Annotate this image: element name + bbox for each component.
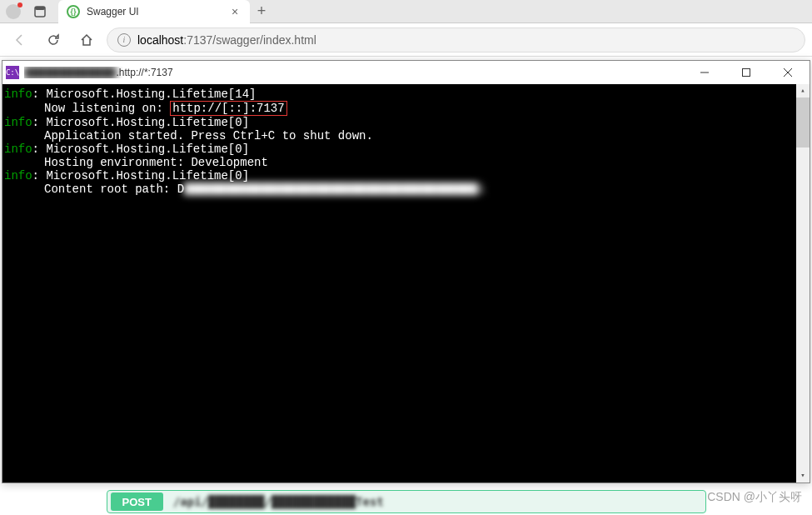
browser-toolbar: i localhost:7137/swagger/index.html	[0, 23, 812, 57]
swagger-content: POST /api/████████/████████████Test	[0, 483, 812, 515]
minimize-icon	[700, 68, 709, 77]
listening-url-highlight: http://[::]:7137	[170, 101, 286, 116]
log-line: info: Microsoft.Hosting.Lifetime[0]	[2, 116, 810, 129]
back-button[interactable]	[7, 27, 33, 53]
maximize-button[interactable]	[728, 61, 765, 84]
log-source: Microsoft.Hosting.Lifetime[0]	[46, 169, 249, 182]
svg-rect-3	[743, 69, 750, 77]
browser-tab[interactable]: {} Swagger UI ×	[58, 0, 250, 23]
console-titlebar[interactable]: C:\ █████████████.http://*:7137	[2, 61, 810, 84]
log-message: Hosting environment: Development	[2, 156, 810, 169]
log-message: Now listening on: http://[::]:7137	[2, 101, 810, 116]
log-source: Microsoft.Hosting.Lifetime[14]	[46, 88, 256, 101]
swagger-favicon-icon: {}	[67, 5, 80, 18]
tabs-overview-icon	[34, 6, 46, 18]
refresh-icon	[47, 33, 60, 47]
swagger-endpoint-row[interactable]: POST /api/████████/████████████Test	[107, 490, 706, 513]
endpoint-path: /api/████████/████████████Test	[173, 495, 384, 508]
arrow-left-icon	[13, 33, 27, 47]
window-close-button[interactable]	[770, 61, 806, 84]
scroll-thumb[interactable]	[796, 98, 810, 148]
log-line: info: Microsoft.Hosting.Lifetime[14]	[2, 88, 810, 101]
url-text: localhost:7137/swagger/index.html	[137, 33, 316, 47]
scroll-down-button[interactable]: ▾	[796, 469, 810, 482]
http-method-badge: POST	[111, 492, 163, 511]
log-source: Microsoft.Hosting.Lifetime[0]	[46, 116, 249, 129]
log-source: Microsoft.Hosting.Lifetime[0]	[46, 142, 249, 156]
refresh-button[interactable]	[40, 27, 67, 53]
home-button[interactable]	[73, 27, 100, 53]
log-level: info	[4, 169, 32, 182]
maximize-icon	[742, 68, 750, 77]
new-tab-button[interactable]: +	[250, 0, 273, 23]
log-line: info: Microsoft.Hosting.Lifetime[0]	[2, 142, 810, 156]
log-level: info	[4, 116, 32, 129]
log-line: info: Microsoft.Hosting.Lifetime[0]	[2, 169, 810, 182]
tab-close-button[interactable]: ×	[228, 5, 242, 18]
log-message: Content root path: D████████████████████…	[2, 182, 810, 196]
console-output: info: Microsoft.Hosting.Lifetime[14] Now…	[2, 84, 810, 482]
svg-rect-1	[35, 7, 45, 10]
scroll-up-button[interactable]: ▴	[796, 84, 810, 98]
console-title: █████████████.http://*:7137	[24, 67, 681, 78]
log-level: info	[4, 142, 32, 156]
browser-tab-strip: {} Swagger UI × +	[0, 0, 812, 23]
log-level: info	[4, 88, 32, 101]
site-info-icon[interactable]: i	[117, 33, 131, 47]
console-window: C:\ █████████████.http://*:7137 info: Mi…	[2, 60, 810, 483]
minimize-button[interactable]	[686, 61, 723, 84]
close-icon	[784, 68, 792, 77]
profile-avatar-icon	[6, 4, 21, 19]
log-message: Application started. Press Ctrl+C to shu…	[2, 129, 810, 142]
address-bar-input[interactable]: i localhost:7137/swagger/index.html	[107, 28, 805, 52]
tab-actions-button[interactable]	[27, 0, 53, 23]
home-icon	[80, 33, 93, 47]
console-scrollbar[interactable]: ▴ ▾	[796, 84, 810, 482]
console-app-icon: C:\	[6, 66, 19, 79]
profile-button[interactable]	[0, 0, 27, 23]
tab-title: Swagger UI	[87, 6, 222, 18]
